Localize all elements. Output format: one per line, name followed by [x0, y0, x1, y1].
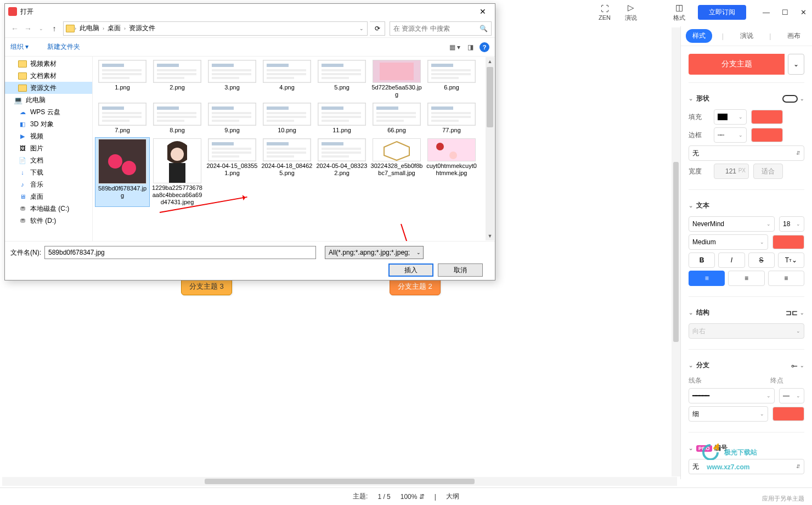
- search-icon[interactable]: 🔍: [480, 25, 488, 32]
- file-item[interactable]: 7.png: [95, 102, 150, 135]
- breadcrumb[interactable]: 此电脑: [76, 24, 103, 33]
- file-item[interactable]: 2024-04-18_084625.png: [260, 137, 314, 207]
- zoom-value[interactable]: 100% ⇵: [401, 493, 425, 501]
- preview-pane-icon[interactable]: ◨: [464, 41, 476, 53]
- line-color-swatch[interactable]: [772, 407, 804, 421]
- dialog-close-icon[interactable]: ✕: [474, 6, 492, 17]
- font-select[interactable]: NeverMind⌄: [689, 216, 775, 232]
- text-more-button[interactable]: TT ⌄: [778, 252, 804, 268]
- search-input[interactable]: 🔍: [390, 21, 492, 36]
- file-item[interactable]: 2024-05-04_083232.png: [314, 137, 369, 207]
- new-folder-button[interactable]: 新建文件夹: [47, 42, 80, 52]
- refresh-icon[interactable]: ⟳: [370, 21, 385, 36]
- shape-pill-icon[interactable]: [782, 95, 798, 103]
- tree-item[interactable]: 本地磁盘 (C:): [5, 203, 92, 215]
- line-end-select[interactable]: —⌄: [779, 388, 804, 403]
- tree-item[interactable]: 此电脑: [5, 94, 92, 106]
- tab-canvas[interactable]: 画布: [781, 29, 807, 43]
- tab-present[interactable]: 演说: [734, 29, 760, 43]
- organize-menu[interactable]: 组织 ▾: [10, 42, 29, 52]
- font-size-select[interactable]: 18⌄: [779, 216, 804, 232]
- format-button[interactable]: ◫格式: [666, 2, 692, 24]
- folder-tree[interactable]: 视频素材文档素材资源文件此电脑WPS 云盘3D 对象视频图片文档下载音乐桌面本地…: [5, 57, 93, 241]
- tree-item[interactable]: 音乐: [5, 178, 92, 190]
- file-item[interactable]: 1229ba225773678aa8c4bbeca66a69d47431.jpe…: [150, 137, 205, 207]
- fill-color-select[interactable]: ⌄: [714, 109, 747, 125]
- minimize-icon[interactable]: —: [763, 8, 770, 16]
- file-item[interactable]: 589bd0f678347.jpg: [95, 137, 150, 207]
- strike-button[interactable]: S: [748, 252, 775, 268]
- file-item[interactable]: 2.png: [150, 59, 205, 99]
- file-item[interactable]: 4.png: [260, 59, 314, 99]
- tree-item[interactable]: WPS 云盘: [5, 106, 92, 118]
- struct-dir-select[interactable]: 向右⌄: [689, 323, 804, 339]
- tree-item[interactable]: 图片: [5, 142, 92, 154]
- canvas-scroll-v[interactable]: [672, 27, 680, 476]
- tree-item[interactable]: 桌面: [5, 190, 92, 203]
- file-item[interactable]: 10.png: [260, 102, 314, 135]
- file-item[interactable]: 1.png: [95, 59, 150, 99]
- file-item[interactable]: 11.png: [314, 102, 369, 135]
- fill-swatch[interactable]: [751, 110, 783, 124]
- line-style-select[interactable]: ━━━━━⌄: [689, 388, 775, 403]
- file-item[interactable]: 30224328_e5b0f8bbc7_small.jpg: [369, 137, 424, 207]
- file-item[interactable]: 3.png: [205, 59, 260, 99]
- file-item[interactable]: 77.png: [424, 102, 479, 135]
- breadcrumb[interactable]: 桌面: [104, 24, 124, 33]
- insert-button[interactable]: 插入: [388, 263, 433, 277]
- border-width-select[interactable]: 无⇵: [689, 145, 804, 161]
- help-icon[interactable]: ?: [480, 42, 489, 52]
- file-list[interactable]: 1.png2.png3.png4.png5.png5d722be5aa530.j…: [93, 57, 495, 241]
- branch-shape-icon[interactable]: ⟜: [791, 362, 798, 369]
- view-mode-icon[interactable]: ▦ ▾: [449, 41, 461, 53]
- outline-button[interactable]: 大纲: [446, 492, 459, 501]
- file-item[interactable]: 5.png: [314, 59, 369, 99]
- section-text[interactable]: 文本: [696, 201, 709, 210]
- bold-button[interactable]: B: [689, 252, 715, 268]
- file-item[interactable]: 2024-04-15_083551.png: [205, 137, 260, 207]
- tree-item[interactable]: 文档: [5, 154, 92, 166]
- close-icon[interactable]: ✕: [800, 8, 807, 16]
- file-item[interactable]: 6.png: [424, 59, 479, 99]
- tree-item[interactable]: 文档素材: [5, 70, 92, 82]
- fit-button[interactable]: 适合: [753, 164, 783, 179]
- zen-button[interactable]: ⛶ZEN: [591, 2, 618, 24]
- file-scrollbar[interactable]: ▲▼: [486, 57, 494, 240]
- italic-button[interactable]: I: [718, 252, 745, 268]
- tree-item[interactable]: 下载: [5, 166, 92, 178]
- border-swatch[interactable]: [751, 128, 783, 142]
- align-left-button[interactable]: ≡: [689, 271, 725, 286]
- structure-icon[interactable]: ⊐⊏: [786, 308, 798, 317]
- section-structure[interactable]: 结构: [696, 308, 709, 317]
- align-center-button[interactable]: ≡: [728, 271, 764, 286]
- branch-topic-button[interactable]: 分支主题 ⌄: [689, 54, 804, 75]
- line-weight-select[interactable]: 细⌄: [689, 406, 768, 422]
- breadcrumb[interactable]: 资源文件: [126, 24, 159, 33]
- maximize-icon[interactable]: ☐: [782, 8, 788, 16]
- nav-back-icon[interactable]: ←: [8, 22, 21, 35]
- file-item[interactable]: 66.png: [369, 102, 424, 135]
- font-weight-select[interactable]: Medium⌄: [689, 234, 768, 250]
- border-style-select[interactable]: ┄┄⌄: [714, 127, 747, 143]
- file-item[interactable]: cuyt0htmmekcuyt0htmmek.jpg: [424, 137, 479, 207]
- tree-item[interactable]: 视频: [5, 130, 92, 142]
- address-bar[interactable]: › 此电脑› 桌面› 资源文件 ⌄: [63, 21, 368, 36]
- file-item[interactable]: 9.png: [205, 102, 260, 135]
- tree-item[interactable]: 资源文件: [5, 82, 92, 94]
- filetype-select[interactable]: All(*.png;*.apng;*.jpg;*.jpeg;⌄: [325, 246, 424, 259]
- nav-history-icon[interactable]: ⌄: [35, 22, 48, 35]
- file-item[interactable]: 5d722be5aa530.jpg: [369, 59, 424, 99]
- present-button[interactable]: ▷演说: [618, 2, 644, 24]
- tab-style[interactable]: 样式: [686, 29, 712, 43]
- tree-item[interactable]: 视频素材: [5, 58, 92, 70]
- section-branch[interactable]: 分支: [696, 361, 709, 370]
- filename-input[interactable]: [44, 246, 316, 259]
- cancel-button[interactable]: 取消: [438, 263, 483, 277]
- canvas-scroll-h[interactable]: [2, 477, 677, 486]
- tree-item[interactable]: 3D 对象: [5, 118, 92, 130]
- tree-item[interactable]: 软件 (D:): [5, 215, 92, 227]
- chevron-down-icon[interactable]: ⌄: [788, 54, 804, 75]
- text-color-swatch[interactable]: [772, 235, 804, 249]
- nav-up-icon[interactable]: ↑: [48, 22, 61, 35]
- subscribe-button[interactable]: 立即订阅: [698, 5, 746, 20]
